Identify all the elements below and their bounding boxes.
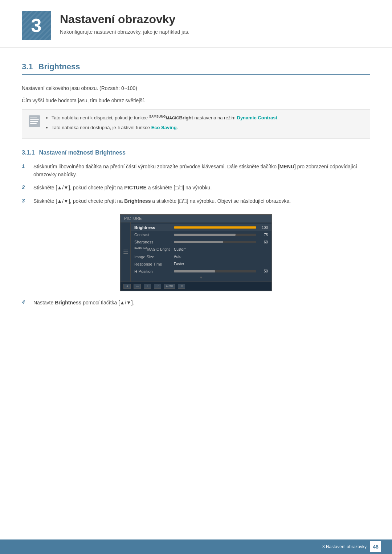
monitor-screenshot: PICTURE ☰ Brightness : 100 xyxy=(120,214,272,291)
menu-bar-contrast xyxy=(174,234,256,236)
intro-line1: Nastavení celkového jasu obrazu. (Rozsah… xyxy=(22,84,370,92)
step-4-number: 4 xyxy=(22,299,29,305)
footer-btn-enter: ↵ xyxy=(154,284,161,289)
step-4: 4 Nastavte Brightness pomocí tlačítka [▲… xyxy=(22,299,370,307)
menu-row-brightness: Brightness : 100 xyxy=(131,224,271,231)
footer-btn-power: ⚙ xyxy=(178,284,185,289)
subsection-number: 3.1.1 xyxy=(22,149,35,156)
menu-bar-fill-contrast xyxy=(174,234,236,236)
note2-text: Tato nabídka není dostupná, je-li aktivn… xyxy=(52,125,178,130)
svg-rect-2 xyxy=(30,119,39,120)
monitor-header-label: PICTURE xyxy=(121,215,271,222)
step-4-text: Nastavte Brightness pomocí tlačítka [▲/▼… xyxy=(33,299,134,307)
section-heading: 3.1 Brightness xyxy=(22,62,370,75)
chapter-title: Nastavení obrazovky xyxy=(60,13,189,26)
menu-row-contrast: Contrast : 75 xyxy=(131,231,271,238)
intro-line2: Čím vyšší bude hodnota jasu, tím bude ob… xyxy=(22,97,370,104)
step-2-number: 2 xyxy=(22,184,29,190)
scroll-indicator: ▼ xyxy=(131,275,271,280)
menu-value-brightness: 100 xyxy=(259,226,268,230)
note-icon xyxy=(28,115,41,128)
footer-btn-plus: + xyxy=(144,284,151,289)
menu-label-h-position: H-Position xyxy=(134,269,171,274)
menu-row-h-position: H-Position : 50 xyxy=(131,268,271,275)
menu-bar-brightness xyxy=(174,226,256,229)
menu-row-magic-bright: SAMSUNGMAGIC Bright : Custom xyxy=(131,246,271,253)
section-title: Brightness xyxy=(38,62,80,71)
menu-row-image-size: Image Size : Auto xyxy=(131,253,271,260)
svg-rect-1 xyxy=(30,118,37,118)
footer-page-number: 48 xyxy=(370,541,381,552)
chapter-subtitle: Nakonfigurujte nastavení obrazovky, jako… xyxy=(60,29,189,35)
step-1-text: Stisknutím libovolného tlačítka na předn… xyxy=(33,163,370,179)
note1-text: Tato nabídka není k dispozici, pokud je … xyxy=(52,115,278,120)
chapter-number: 3 xyxy=(31,15,42,36)
footer-text: 3 Nastavení obrazovky xyxy=(322,544,367,549)
menu-value-sharpness: 60 xyxy=(259,240,268,244)
menu-label-sharpness: Sharpness xyxy=(134,240,171,244)
step-3-text: Stiskněte [▲/▼], pokud chcete přejít na … xyxy=(33,197,291,205)
svg-rect-3 xyxy=(30,121,38,122)
steps-list: 1 Stisknutím libovolného tlačítka na pře… xyxy=(22,163,370,205)
menu-label-magic-bright: SAMSUNGMAGIC Bright xyxy=(134,247,171,251)
section-number: 3.1 xyxy=(22,62,33,71)
chapter-number-box: 3 xyxy=(22,11,51,40)
chapter-title-area: Nastavení obrazovky Nakonfigurujte nasta… xyxy=(60,11,189,35)
menu-value-h-position: 50 xyxy=(259,269,268,273)
menu-label-image-size: Image Size xyxy=(134,255,171,259)
note-content: Tato nabídka není k dispozici, pokud je … xyxy=(46,114,278,134)
menu-bar-h-position xyxy=(174,270,256,272)
footer-btn-left: ◄ xyxy=(123,284,131,289)
step-1: 1 Stisknutím libovolného tlačítka na pře… xyxy=(22,163,370,179)
step-2: 2 Stiskněte [▲/▼], pokud chcete přejít n… xyxy=(22,184,370,192)
menu-row-sharpness: Sharpness : 60 xyxy=(131,238,271,246)
step-2-text: Stiskněte [▲/▼], pokud chcete přejít na … xyxy=(33,184,212,192)
page-footer: 3 Nastavení obrazovky 48 xyxy=(0,539,392,554)
note-box: Tato nabídka není k dispozici, pokud je … xyxy=(22,109,370,139)
menu-bar-fill-brightness xyxy=(174,226,256,229)
menu-label-brightness: Brightness xyxy=(134,225,171,230)
monitor-menu: Brightness : 100 Contrast : xyxy=(131,222,271,281)
footer-btn-auto: AUTO xyxy=(164,284,175,289)
monitor-body: ☰ Brightness : 100 Contrast xyxy=(121,222,271,281)
menu-bar-fill-sharpness xyxy=(174,241,223,243)
monitor-sidebar: ☰ xyxy=(121,222,131,281)
monitor-sidebar-icon: ☰ xyxy=(123,249,128,255)
menu-row-response-time: Response Time : Faster xyxy=(131,260,271,268)
menu-label-response-time: Response Time xyxy=(134,262,171,266)
monitor-footer: ◄ — + ↵ AUTO ⚙ xyxy=(121,282,271,291)
step-3: 3 Stiskněte [▲/▼], pokud chcete přejít n… xyxy=(22,197,370,205)
svg-rect-4 xyxy=(30,123,37,124)
main-content: 3.1 Brightness Nastavení celkového jasu … xyxy=(0,51,392,341)
subsection-title: Nastavení možnosti Brightness xyxy=(39,149,126,156)
menu-bar-sharpness xyxy=(174,241,256,243)
page-header: 3 Nastavení obrazovky Nakonfigurujte nas… xyxy=(0,0,392,48)
menu-value-contrast: 75 xyxy=(259,233,268,237)
menu-value-response-time: Faster xyxy=(174,262,184,266)
footer-btn-minus: — xyxy=(134,284,141,289)
menu-bar-fill-h-position xyxy=(174,270,215,272)
menu-value-magic-bright: Custom xyxy=(174,247,186,251)
subsection-heading: 3.1.1 Nastavení možnosti Brightness xyxy=(22,149,370,156)
step-3-number: 3 xyxy=(22,197,29,204)
menu-value-image-size: Auto xyxy=(174,255,181,259)
menu-label-contrast: Contrast xyxy=(134,233,171,237)
step-1-number: 1 xyxy=(22,163,29,169)
monitor-screenshot-container: PICTURE ☰ Brightness : 100 xyxy=(22,214,370,291)
